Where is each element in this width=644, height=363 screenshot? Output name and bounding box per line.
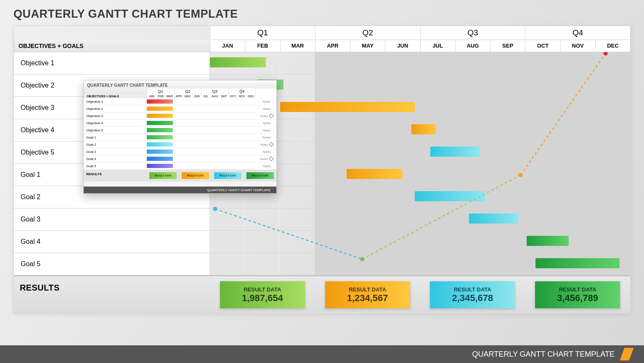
month-jan: JAN: [210, 40, 245, 52]
gantt-bar: [469, 214, 518, 224]
month-mar: MAR: [280, 40, 315, 52]
mini-row: Goal 1Notes: [84, 134, 276, 141]
gantt-row: Goal 4: [14, 231, 630, 253]
mini-bar: [147, 114, 173, 118]
month-may: MAY: [350, 40, 385, 52]
mini-row: Objective 4Notes: [84, 120, 276, 127]
diamond-icon: [269, 156, 273, 161]
mini-row: Goal 3Notes: [84, 148, 276, 155]
mini-month: JUL: [201, 94, 210, 98]
mini-month: DEC: [246, 94, 256, 98]
diamond-icon: [269, 142, 273, 147]
mini-row: Objective 1Notes: [84, 98, 276, 105]
mini-month: MAR: [165, 94, 174, 98]
mini-month: APR: [174, 94, 183, 98]
row-label: Objective 1: [14, 52, 210, 74]
row-label: Goal 4: [14, 231, 210, 253]
mini-q2: Q2: [174, 88, 201, 94]
page-title: QUARTERLY GANTT CHART TEMPLATE: [13, 8, 631, 21]
month-nov: NOV: [560, 40, 595, 52]
mini-month: JAN: [147, 94, 156, 98]
gantt-row: Goal 5: [14, 253, 630, 275]
mini-q3: Q3: [201, 88, 228, 94]
mini-bar: [147, 157, 173, 161]
month-sep: SEP: [490, 40, 525, 52]
gantt-bar: [347, 169, 403, 179]
results-row: RESULTS RESULT DATA1,987,654 RESULT DATA…: [14, 275, 630, 313]
mini-notes: Notes: [256, 163, 277, 169]
mini-bar: [147, 142, 173, 147]
gantt-bar: [527, 236, 569, 246]
mini-notes: Notes: [256, 134, 277, 141]
mini-month: JUN: [192, 94, 201, 98]
mini-month: FEB: [156, 94, 165, 98]
quarter-q1: Q1: [210, 26, 315, 40]
mini-bar: [147, 99, 173, 104]
mini-month: NOV: [237, 94, 246, 98]
mini-row: Objective 3Notes: [84, 112, 276, 120]
mini-bar: [147, 121, 173, 125]
mini-row: Objective 5Notes: [84, 127, 276, 134]
mini-preview: QUARTERLY GANTT CHART TEMPLATE Q1 Q2 Q3 …: [83, 80, 277, 194]
result-q3: RESULT DATA2,345,678: [430, 281, 515, 308]
mini-bar: [147, 149, 173, 154]
mini-notes: Notes: [256, 98, 277, 105]
gantt-bar: [535, 258, 620, 268]
gantt-bar: [280, 102, 415, 112]
footer-title: QUARTERLY GANTT CHART TEMPLATE: [472, 350, 615, 359]
month-header-row: OBJECTIVES + GOALS JAN FEB MAR APR MAY J…: [14, 40, 630, 52]
mini-result-q1: RESULT DATA: [149, 172, 177, 179]
mini-row: Goal 5Notes: [84, 163, 276, 170]
quarter-header-row: Q1 Q2 Q3 Q4: [14, 26, 630, 40]
results-label: RESULTS: [14, 276, 210, 313]
mini-month: OCT: [228, 94, 238, 98]
mini-objectives-label: OBJECTIVES + GOALS: [84, 94, 147, 98]
mini-bar: [147, 135, 173, 139]
month-feb: FEB: [245, 40, 280, 52]
gantt-bar: [210, 57, 266, 67]
gantt-bar: [411, 124, 436, 134]
month-dec: DEC: [595, 40, 630, 52]
gantt-bar: [430, 147, 480, 157]
mini-row: Goal 4Notes: [84, 155, 276, 163]
mini-results-label: RESULTS: [84, 170, 147, 182]
mini-notes: Notes: [256, 105, 277, 112]
month-jun: JUN: [385, 40, 420, 52]
mini-bar: [147, 164, 173, 168]
result-q2: RESULT DATA1,234,567: [325, 281, 410, 308]
mini-notes: Notes: [256, 148, 277, 155]
month-aug: AUG: [455, 40, 490, 52]
footer-accent-icon: [620, 348, 634, 360]
mini-notes: Notes: [256, 141, 277, 148]
page-footer: QUARTERLY GANTT CHART TEMPLATE: [0, 345, 644, 363]
mini-notes: Notes: [256, 120, 277, 126]
gantt-row: Objective 1: [14, 52, 630, 75]
mini-footer: QUARTERLY GANTT CHART TEMPLATE: [84, 187, 276, 193]
gantt-row: Goal 3: [14, 208, 630, 231]
result-q4: RESULT DATA3,456,789: [535, 281, 620, 308]
quarter-q4: Q4: [525, 26, 630, 40]
mini-q1: Q1: [147, 88, 174, 94]
mini-bar: [147, 128, 173, 132]
mini-month: MAY: [183, 94, 192, 98]
mini-row: Goal 2Notes: [84, 141, 276, 148]
mini-notes: Notes: [256, 155, 277, 162]
mini-notes: Notes: [256, 112, 277, 119]
quarter-q2: Q2: [315, 26, 420, 40]
mini-month: SEP: [219, 94, 228, 98]
mini-row: Objective 2Notes: [84, 105, 276, 112]
objectives-goals-label: OBJECTIVES + GOALS: [14, 40, 210, 52]
row-label: Goal 5: [14, 253, 210, 275]
month-oct: OCT: [525, 40, 560, 52]
mini-result-q2: RESULT DATA: [182, 172, 209, 179]
quarter-q3: Q3: [420, 26, 525, 40]
month-apr: APR: [315, 40, 350, 52]
gantt-bar: [415, 191, 485, 201]
row-label: Goal 3: [14, 208, 210, 230]
mini-bar: [147, 107, 173, 111]
mini-q4: Q4: [228, 88, 256, 94]
mini-notes: Notes: [256, 127, 277, 133]
month-jul: JUL: [420, 40, 455, 52]
mini-result-q3: RESULT DATA: [214, 172, 241, 179]
result-q1: RESULT DATA1,987,654: [220, 281, 305, 308]
